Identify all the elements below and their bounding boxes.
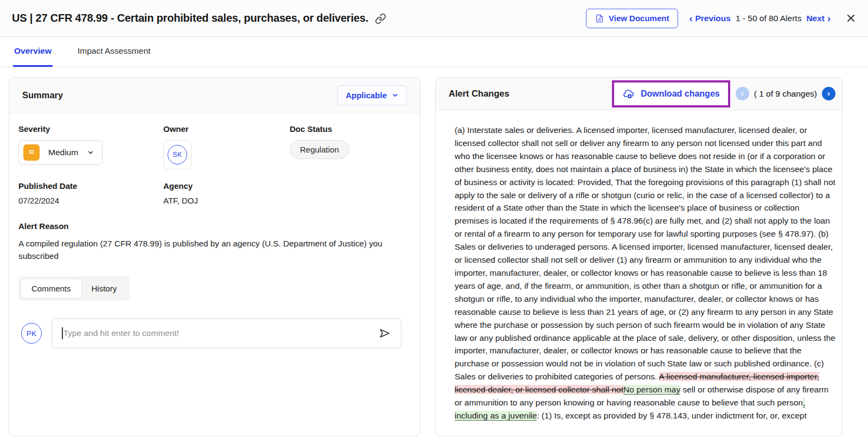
alert-reason-section: Alert Reason A compiled regulation (27 C… bbox=[18, 221, 407, 262]
owner-field: Owner SK bbox=[163, 124, 290, 169]
alert-reason-text: A compiled regulation (27 CFR 478.99) is… bbox=[18, 237, 404, 262]
owner-avatar: SK bbox=[168, 145, 187, 164]
agency-label: Agency bbox=[163, 181, 290, 191]
severity-medium-icon: = bbox=[23, 144, 40, 161]
comment-input[interactable] bbox=[63, 328, 379, 338]
published-date-field: Published Date 07/22/2024 bbox=[18, 181, 163, 205]
view-document-button[interactable]: View Document bbox=[586, 9, 678, 28]
changes-counter: ( 1 of 9 changes) bbox=[754, 89, 817, 99]
document-icon bbox=[595, 14, 604, 23]
previous-alert-link[interactable]: ‹ Previous bbox=[689, 14, 730, 23]
alert-changes-card: Alert Changes Download changes ‹ ( 1 of … bbox=[435, 77, 843, 436]
pagination-count: 1 - 50 of 80 Alerts bbox=[736, 14, 802, 23]
next-label: Next bbox=[806, 14, 825, 23]
summary-fields-row2: Published Date 07/22/2024 Agency ATF, DO… bbox=[18, 181, 407, 205]
alerts-pagination: ‹ Previous 1 - 50 of 80 Alerts Next › bbox=[689, 14, 831, 23]
previous-change-button[interactable]: ‹ bbox=[736, 87, 749, 100]
summary-card-header: Summary Applicable bbox=[9, 78, 420, 113]
commenter-avatar: PK bbox=[21, 323, 42, 344]
alert-changes-title: Alert Changes bbox=[449, 88, 509, 99]
chevron-down-icon bbox=[392, 92, 399, 99]
alert-reason-label: Alert Reason bbox=[18, 221, 407, 231]
change-segment-normal: : (1) Is, except as provided by § 478.14… bbox=[537, 411, 807, 420]
view-document-label: View Document bbox=[609, 14, 669, 23]
applicability-dropdown[interactable]: Applicable bbox=[337, 85, 407, 105]
severity-dropdown[interactable]: = Medium bbox=[18, 140, 103, 165]
send-icon[interactable] bbox=[378, 327, 391, 339]
summary-card: Summary Applicable Severity = Medium Own… bbox=[9, 77, 420, 436]
next-alert-link[interactable]: Next › bbox=[806, 14, 831, 23]
next-change-button[interactable]: › bbox=[822, 87, 835, 100]
chevron-right-icon: › bbox=[827, 14, 831, 23]
tab-history[interactable]: History bbox=[81, 279, 127, 298]
owner-label: Owner bbox=[163, 124, 290, 134]
download-changes-label: Download changes bbox=[641, 89, 720, 99]
owner-selector[interactable]: SK bbox=[163, 140, 192, 169]
summary-title: Summary bbox=[22, 90, 63, 100]
severity-field: Severity = Medium bbox=[18, 124, 163, 169]
summary-body: Severity = Medium Owner SK Doc Status Re… bbox=[9, 113, 420, 348]
app-header: US | 27 CFR 478.99 - Certain prohibited … bbox=[0, 0, 868, 37]
severity-value: Medium bbox=[48, 148, 78, 157]
agency-value: ATF, DOJ bbox=[163, 196, 290, 205]
changes-navigation: ‹ ( 1 of 9 changes) › bbox=[736, 87, 835, 100]
doc-status-field: Doc Status Regulation bbox=[290, 124, 407, 169]
published-date-label: Published Date bbox=[18, 181, 163, 191]
main-tabbar: Overview Impact Assessment bbox=[0, 37, 868, 67]
alert-changes-controls: Download changes ‹ ( 1 of 9 changes) › bbox=[612, 80, 835, 107]
link-icon[interactable] bbox=[375, 13, 386, 24]
change-segment-inserted: No person may bbox=[623, 385, 680, 394]
chevron-down-icon bbox=[87, 149, 94, 156]
tab-impact-assessment[interactable]: Impact Assessment bbox=[76, 37, 151, 67]
comments-history-tabs: Comments History bbox=[18, 276, 130, 301]
tab-overview[interactable]: Overview bbox=[13, 37, 53, 67]
agency-field: Agency ATF, DOJ bbox=[163, 181, 290, 205]
severity-label: Severity bbox=[18, 124, 163, 134]
summary-fields-row1: Severity = Medium Owner SK Doc Status Re… bbox=[18, 124, 407, 169]
comment-composer: PK bbox=[18, 318, 407, 348]
chevron-left-icon: ‹ bbox=[689, 14, 692, 23]
header-actions: View Document ‹ Previous 1 - 50 of 80 Al… bbox=[586, 9, 856, 28]
page-title: US | 27 CFR 478.99 - Certain prohibited … bbox=[12, 12, 368, 24]
comment-input-wrap[interactable] bbox=[52, 318, 401, 348]
previous-label: Previous bbox=[695, 14, 730, 23]
applicability-label: Applicable bbox=[346, 91, 387, 100]
close-icon[interactable] bbox=[846, 13, 856, 23]
cloud-download-icon bbox=[622, 88, 635, 99]
alert-changes-header: Alert Changes Download changes ‹ ( 1 of … bbox=[436, 78, 842, 110]
alert-changes-text: (a) Interstate sales or deliveries. A li… bbox=[436, 110, 842, 428]
doc-status-badge: Regulation bbox=[290, 140, 349, 159]
text-caret bbox=[62, 327, 63, 339]
tab-comments[interactable]: Comments bbox=[21, 279, 81, 298]
doc-status-label: Doc Status bbox=[290, 124, 407, 134]
published-date-value: 07/22/2024 bbox=[18, 196, 163, 205]
download-changes-button[interactable]: Download changes bbox=[612, 80, 730, 107]
change-segment-normal: (a) Interstate sales or deliveries. A li… bbox=[455, 125, 835, 381]
